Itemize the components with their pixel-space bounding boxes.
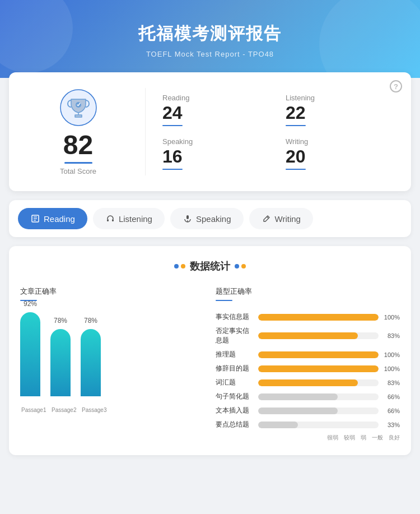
type-row-7: 要点总结题 33% [216,420,400,429]
type-bars: 事实信息题 100% 否定事实信息题 83% 推理题 100% 修辞目的题 10… [216,312,400,429]
type-accuracy-underline [216,300,232,301]
type-pct: 33% [382,422,400,428]
page-title: 托福模考测评报告 [11,22,409,45]
legend: 很弱较弱弱一般良好 [216,434,400,442]
type-bar-fill [258,332,358,339]
dot-orange-left [181,264,185,268]
score-label: Writing [286,137,308,146]
tabs-container: Reading Listening Speaking Writing [9,200,411,237]
score-underline [286,169,306,170]
type-bar-fill [258,379,358,386]
tab-label: Writing [275,214,301,224]
score-underline [286,125,306,126]
bar-col [50,329,71,396]
bar-group-3: 78% [81,317,101,396]
score-underline [162,125,183,126]
page-header: 托福模考测评报告 TOEFL Mock Test Report - TPO48 [0,0,420,78]
svg-rect-8 [186,215,189,219]
type-bar-bg [258,365,379,372]
type-pct: 66% [382,393,400,400]
type-bar-fill [258,365,379,372]
bar-group-2: 78% [50,317,71,396]
tab-label: Speaking [196,214,231,224]
bar-chart: 92% 78% 78% Passage1Passage2Passage3 [20,312,204,413]
type-row-1: 否定事实信息题 83% [216,326,400,345]
data-section: 数据统计 文章正确率 92% 78% 78% Passage1Passage2P… [9,246,411,455]
type-row-0: 事实信息题 100% [216,312,400,322]
score-value: 20 [286,147,306,166]
tab-speaking[interactable]: Speaking [170,208,244,229]
score-item-listening: Listening 22 [286,94,398,126]
tab-label: Listening [119,214,152,224]
score-label: Speaking [162,137,193,146]
type-row-6: 文本插入题 66% [216,406,400,415]
trophy-icon [59,88,98,127]
tab-reading[interactable]: Reading [18,208,87,229]
type-name: 推理题 [216,350,255,359]
legend-item: 弱 [361,434,366,442]
tab-writing[interactable]: Writing [249,208,313,229]
type-bar-fill [258,314,379,321]
type-bar-bg [258,314,379,321]
passage-accuracy-chart: 文章正确率 92% 78% 78% Passage1Passage2Passag… [20,286,204,442]
dot-blue-left [174,264,179,268]
score-value: 24 [162,103,183,123]
type-pct: 83% [382,379,400,386]
total-score-value: 82 [63,132,93,159]
legend-item: 很弱 [327,434,338,442]
score-label: Listening [286,94,315,102]
headphone-icon [105,214,115,224]
tab-label: Reading [44,214,75,224]
type-row-5: 句子简化题 66% [216,392,400,401]
section-scores: Reading 24 Listening 22 Speaking 16 Writ… [146,94,398,170]
type-row-4: 词汇题 83% [216,378,400,387]
passage-accuracy-label: 文章正确率 [20,286,204,297]
type-pct: 66% [382,408,400,414]
bar-percent: 92% [24,300,37,308]
type-bar-bg [258,379,379,386]
book-icon [30,214,40,224]
legend-item: 良好 [389,434,400,442]
type-bar-fill [258,393,338,400]
legend-item: 较弱 [344,434,355,442]
bar-percent: 78% [84,317,97,325]
tab-listening[interactable]: Listening [93,208,165,229]
score-item-reading: Reading 24 [162,94,274,126]
type-name: 修辞目的题 [216,364,255,373]
pencil-icon [262,214,272,224]
section-title: 数据统计 [20,260,400,273]
score-value: 22 [286,103,306,123]
bar-col [81,329,101,396]
section-title-text: 数据统计 [190,260,230,273]
type-pct: 100% [382,314,400,321]
type-row-3: 修辞目的题 100% [216,364,400,373]
type-accuracy-chart: 题型正确率 事实信息题 100% 否定事实信息题 83% 推理题 100% 修辞… [216,286,400,442]
bar-col [20,312,40,396]
type-bar-bg [258,408,379,414]
passage-label-3: Passage3 [82,407,106,413]
score-item-writing: Writing 20 [286,137,398,170]
total-score-underline [64,162,92,164]
bar-percent: 78% [54,317,67,325]
type-name: 否定事实信息题 [216,326,255,345]
type-bar-fill [258,408,338,414]
type-name: 词汇题 [216,378,255,387]
type-row-2: 推理题 100% [216,350,400,359]
score-label: Reading [162,94,189,102]
type-bar-fill [258,351,379,358]
type-bar-bg [258,332,379,339]
passage-label-2: Passage2 [52,407,76,413]
title-dots-left [174,264,185,268]
help-button[interactable]: ? [390,80,402,92]
bar-group-1: 92% [20,300,40,396]
legend-item: 一般 [372,434,383,442]
svg-rect-7 [112,219,114,221]
type-pct: 83% [382,332,400,339]
type-name: 要点总结题 [216,420,255,429]
total-score-section: 82 Total Score [22,88,146,175]
score-value: 16 [162,147,183,166]
score-item-speaking: Speaking 16 [162,137,274,170]
type-bar-bg [258,393,379,400]
score-card: 82 Total Score Reading 24 Listening 22 S… [9,72,411,191]
type-pct: 100% [382,351,400,358]
